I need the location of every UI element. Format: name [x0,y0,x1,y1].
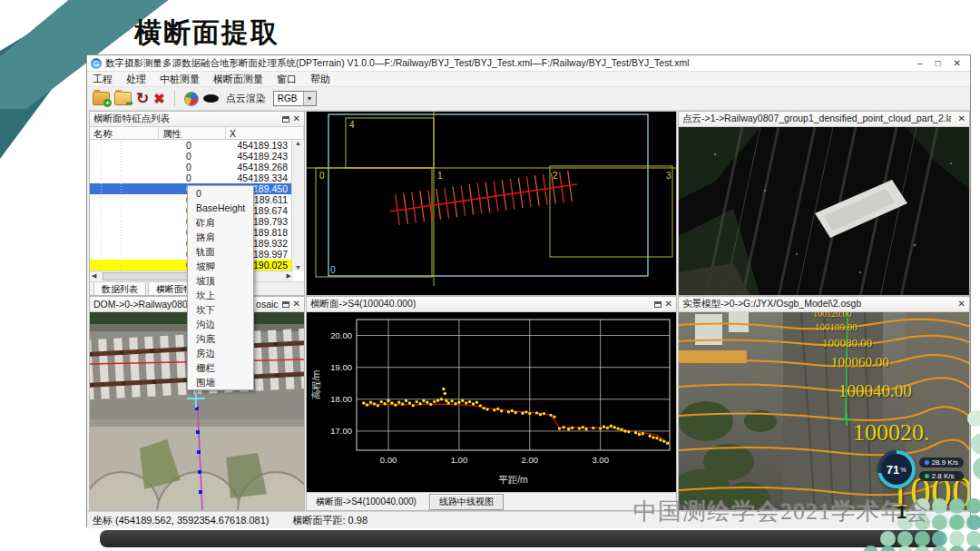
dot-decoration [973,457,980,480]
tab-section-s4[interactable]: 横断面->S4(100040.000) [310,495,422,509]
context-menu-item-6[interactable]: 坡顶 [188,273,253,288]
close-button[interactable]: ✕ [954,57,961,70]
mileage-label: 100040.00 [838,381,912,401]
status-section-distance: 横断面平距: 0.98 [293,514,368,527]
tab-data-list[interactable]: 数据列表 [93,282,146,295]
color-mode-value: RGB [274,93,303,103]
mileage-label: 100060.00 [831,355,889,370]
feature-panel-title: 横断面特征点列表 [93,113,170,125]
upload-speed-badge: 2.8 K/s [919,471,964,481]
dot-decoration [915,531,930,546]
context-menu-item-10[interactable]: 沟底 [188,331,253,346]
context-menu-item-13[interactable]: 围墙 [188,375,253,389]
svg-text:3.00: 3.00 [592,455,609,465]
eye-icon[interactable] [203,94,219,103]
context-menu-item-3[interactable]: 路肩 [188,230,253,244]
svg-text:平距/m: 平距/m [498,474,528,485]
watermark: 中国测绘学会2021学术年会 [633,496,929,527]
dot-decoration [932,546,947,551]
table-row[interactable]: 0454189.193 [90,140,293,151]
status-coordinates: 坐标 (454189.562, 3592354.67618.081) [93,514,270,527]
close-panel-icon[interactable]: ✕ [958,114,965,123]
dot-decoration [932,531,947,546]
pointcloud-panel-title: 点云->1->Railway0807_group1_densified_poin… [682,113,951,125]
dot-decoration [932,515,947,530]
context-menu-item-4[interactable]: 轨面 [188,244,253,259]
table-row[interactable]: 0454189.243 [90,151,293,162]
float-panel-icon[interactable] [654,301,662,308]
table-row[interactable]: 0454189.334 [90,172,293,183]
menu-item-2[interactable]: 中桩测量 [160,73,200,86]
page-number: 1 [897,502,906,523]
column-header-name[interactable]: 名称 [90,127,159,139]
svg-text:0: 0 [330,265,336,275]
section-panel-title: 横断面->S4(100040.000) [310,298,416,310]
menu-item-1[interactable]: 处理 [126,73,146,86]
context-menu-item-5[interactable]: 坡脚 [188,259,253,273]
model-panel: 实景模型->0->G:/JYX/Osgb_Model\2.osgb ✕ [678,296,970,511]
menu-item-0[interactable]: 工程 [93,73,113,86]
table-row[interactable]: 0454189.268 [90,162,293,172]
context-menu-item-0[interactable]: 0 [188,186,253,201]
pointcloud-canvas[interactable] [679,127,969,295]
context-menu-item-8[interactable]: 坎下 [188,302,253,317]
column-header-x[interactable]: X [226,127,304,139]
slide-title: 横断面提取 [134,15,279,52]
presentation-slide: 横断面提取 G 数字摄影测量多源数据融合地形断面处理系统(DPTerrain) … [0,0,980,551]
plan-view-svg: 0 1 2 3 4 0 [307,112,676,295]
network-speed-overlay: 71% 28.9 K/s 2.8 K/s [877,450,964,488]
dot-decoration [966,515,980,530]
color-pie-icon[interactable] [184,92,199,106]
color-mode-select[interactable]: RGB ▼ [273,91,317,106]
dot-decoration [949,546,965,551]
svg-text:0.00: 0.00 [380,455,397,465]
feature-table-header: 名称 属性 X [90,127,304,140]
close-panel-icon[interactable]: ✕ [293,300,300,309]
menu-bar: 工程处理中桩测量横断面测量窗口帮助 [87,72,970,87]
plan-view-panel: 0 1 2 3 4 0 [306,111,677,296]
context-menu-item-7[interactable]: 坎上 [188,288,253,302]
maximize-button[interactable]: □ [936,57,941,70]
application-window: G 数字摄影测量多源数据融合地形断面处理系统(DPTerrain) V1.0.0… [86,54,971,527]
close-panel-icon[interactable]: ✕ [665,300,672,309]
dot-decoration [949,498,965,514]
refresh-icon[interactable]: ↻ [136,91,149,106]
open-folder-icon[interactable]: ➦ [114,92,132,105]
scroll-left-icon[interactable]: ◀ [92,272,96,280]
close-panel-icon[interactable]: ✕ [958,300,965,309]
scroll-up-icon[interactable]: ▲ [292,140,304,146]
svg-text:3: 3 [666,171,671,181]
plan-view-canvas[interactable]: 0 1 2 3 4 0 [307,112,676,295]
menu-item-3[interactable]: 横断面测量 [213,73,263,86]
menu-item-5[interactable]: 帮助 [310,73,330,86]
section-chart-canvas[interactable]: 17.0018.0019.0020.000.001.002.003.00平距/m… [307,312,676,494]
context-menu-item-12[interactable]: 栅栏 [188,360,253,375]
context-menu-item-2[interactable]: 砟肩 [188,215,253,230]
svg-text:19.00: 19.00 [330,362,352,372]
dot-decoration [880,531,896,546]
scroll-right-icon[interactable]: ▶ [287,272,291,280]
dot-decoration [971,433,980,455]
svg-text:高程/m: 高程/m [310,369,321,399]
dom-panel-title-prefix: DOM->0->Railway0807 [93,299,193,310]
scroll-down-icon[interactable]: ▼ [292,264,304,271]
dot-decoration [966,531,980,546]
float-panel-icon[interactable] [282,116,289,123]
float-panel-icon[interactable] [282,301,289,308]
minimize-button[interactable]: – [917,57,923,70]
dot-decoration [966,498,980,514]
menu-item-4[interactable]: 窗口 [277,73,297,86]
close-panel-icon[interactable]: ✕ [293,114,300,123]
vertical-scrollbar[interactable]: ▲ ▼ [291,140,304,271]
context-menu-item-9[interactable]: 沟边 [188,317,253,331]
new-project-folder-plus-icon[interactable]: + [93,92,110,105]
chevron-down-icon[interactable]: ▼ [303,92,316,105]
column-header-attr[interactable]: 属性 [159,127,226,139]
dot-decoration [966,546,980,551]
context-menu-item-11[interactable]: 房边 [188,346,253,360]
dom-panel-title-suffix: osaic [256,299,279,310]
dot-decoration [967,410,980,427]
close-red-x-icon[interactable]: ✖ [153,91,165,107]
context-menu-item-1[interactable]: BaseHeight [188,201,253,215]
tab-centerline-view[interactable]: 线路中线视图 [429,494,504,510]
